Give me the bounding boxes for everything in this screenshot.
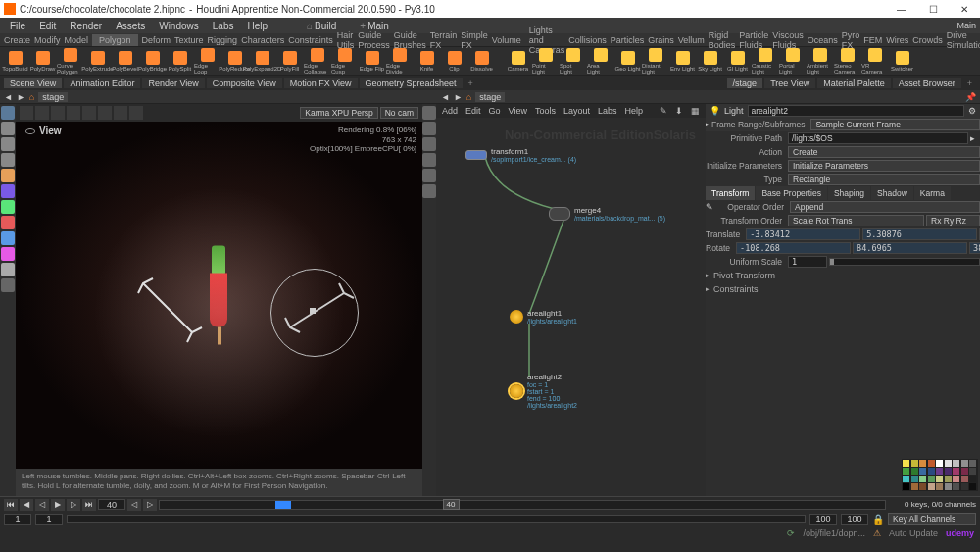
net-edit[interactable]: Edit bbox=[466, 106, 481, 116]
tab-render-view[interactable]: Render View bbox=[142, 78, 204, 88]
shelf-edge divide[interactable]: Edge Divide bbox=[386, 48, 413, 75]
node-merge4[interactable]: merge4 /materials/backdrop_mat... (5) bbox=[549, 206, 665, 222]
ctx-characters[interactable]: Characters bbox=[241, 35, 284, 45]
color-swatch[interactable] bbox=[911, 476, 918, 482]
shelf-grains[interactable]: Grains bbox=[648, 35, 674, 45]
ctx-hair[interactable]: Hair Utils bbox=[337, 30, 355, 50]
color-swatch[interactable] bbox=[936, 468, 943, 475]
vp-tool-1[interactable] bbox=[20, 106, 33, 120]
color-swatch[interactable] bbox=[928, 468, 935, 475]
ptab-base[interactable]: Base Properties bbox=[756, 186, 826, 200]
menu-labs[interactable]: Labs bbox=[207, 21, 240, 31]
color-swatch[interactable] bbox=[903, 468, 909, 475]
minimize-button[interactable]: — bbox=[890, 4, 913, 15]
ptab-transform[interactable]: Transform bbox=[706, 186, 755, 200]
camera-dropdown[interactable]: No cam bbox=[380, 107, 418, 119]
net-go[interactable]: Go bbox=[489, 106, 501, 116]
vp-tool-3[interactable] bbox=[51, 106, 65, 120]
lock-icon[interactable]: 🔒 bbox=[872, 514, 884, 525]
shelf-polybridge[interactable]: PolyBridge bbox=[139, 48, 166, 75]
color-swatch[interactable] bbox=[969, 483, 976, 490]
rx-field[interactable] bbox=[736, 242, 851, 254]
color-swatch[interactable] bbox=[903, 483, 909, 490]
global-start-field[interactable] bbox=[4, 514, 31, 525]
vp-tool-7[interactable] bbox=[114, 106, 127, 120]
net-tools[interactable]: Tools bbox=[535, 106, 556, 116]
shelf-gi-light[interactable]: GI Light bbox=[724, 48, 751, 75]
next-frame-button[interactable]: ▷ bbox=[67, 499, 80, 511]
close-button[interactable]: ✕ bbox=[953, 4, 976, 15]
shelf-vfluids[interactable]: Viscous Fluids bbox=[772, 30, 803, 50]
color-swatch[interactable] bbox=[961, 476, 968, 482]
current-frame-field[interactable] bbox=[98, 499, 125, 510]
shelf-rigid[interactable]: Rigid Bodies bbox=[709, 30, 736, 50]
shelf-caustic-light[interactable]: Caustic Light bbox=[752, 48, 778, 75]
shelf-polybevel[interactable]: PolyBevel bbox=[112, 48, 138, 75]
rot-order-dropdown[interactable]: Rx Ry Rz bbox=[926, 215, 980, 226]
shelf-polyexpand2d[interactable]: PolyExpand2D bbox=[249, 48, 275, 75]
tab-geo-spreadsheet[interactable]: Geometry Spreadsheet bbox=[360, 78, 463, 88]
net-labs[interactable]: Labs bbox=[598, 106, 617, 116]
net-help[interactable]: Help bbox=[624, 106, 643, 116]
tx-field[interactable] bbox=[746, 228, 860, 240]
node-arealight2[interactable]: arealight2 foc = 1 fstart = 1 fend = 100… bbox=[510, 373, 577, 409]
color-palette[interactable] bbox=[902, 459, 978, 491]
color-swatch[interactable] bbox=[903, 460, 909, 467]
path-right-text[interactable]: stage bbox=[475, 92, 505, 102]
ty-field[interactable] bbox=[862, 228, 977, 240]
menu-windows[interactable]: Windows bbox=[153, 21, 205, 31]
ctx-texture[interactable]: Texture bbox=[174, 35, 204, 45]
shelf-distant-light[interactable]: Distant Light bbox=[642, 48, 668, 75]
shelf-polyextrude[interactable]: PolyExtrude bbox=[84, 48, 111, 75]
prim-path-field[interactable] bbox=[788, 132, 968, 144]
menu-file[interactable]: File bbox=[4, 21, 31, 31]
collapse-icon[interactable]: ▸ bbox=[706, 121, 710, 128]
net-tool-icon-1[interactable]: ✎ bbox=[660, 106, 667, 116]
tool-move[interactable] bbox=[1, 122, 15, 135]
tab-assetbrowser[interactable]: Asset Browser bbox=[893, 78, 961, 88]
last-frame-button[interactable]: ⏭ bbox=[82, 499, 96, 511]
menu-edit[interactable]: Edit bbox=[33, 21, 62, 31]
first-frame-button[interactable]: ⏮ bbox=[4, 499, 18, 511]
gear-icon[interactable]: ⚙ bbox=[968, 106, 976, 116]
ctx-modify[interactable]: Modify bbox=[34, 35, 61, 45]
cook-icon[interactable]: ⟳ bbox=[787, 528, 795, 538]
tab-scene-view[interactable]: Scene View bbox=[4, 78, 62, 88]
auto-update[interactable]: Auto Update bbox=[889, 528, 938, 538]
vpr-5[interactable] bbox=[422, 169, 436, 182]
shelf-fem[interactable]: FEM bbox=[863, 35, 882, 45]
net-add[interactable]: Add bbox=[442, 106, 458, 116]
tab-tree[interactable]: Tree View bbox=[764, 78, 815, 88]
shelf-collisions[interactable]: Collisions bbox=[568, 35, 607, 45]
tool-g[interactable] bbox=[1, 263, 15, 276]
edit-icon[interactable]: ✎ bbox=[706, 202, 717, 212]
vp-tool-4[interactable] bbox=[67, 106, 80, 120]
rz-field[interactable] bbox=[969, 242, 980, 254]
shelf-pyro[interactable]: Pyro FX bbox=[842, 30, 860, 50]
color-swatch[interactable] bbox=[945, 476, 952, 482]
type-dropdown[interactable]: Rectangle bbox=[788, 174, 980, 185]
shelf-env-light[interactable]: Env Light bbox=[669, 48, 696, 75]
timeline-track[interactable]: 40 bbox=[159, 500, 886, 510]
color-swatch[interactable] bbox=[911, 460, 918, 467]
tool-d[interactable] bbox=[1, 216, 15, 229]
menu-assets[interactable]: Assets bbox=[110, 21, 151, 31]
scale-slider[interactable] bbox=[829, 258, 980, 266]
shelf-spot-light[interactable]: Spot Light bbox=[560, 48, 586, 75]
color-swatch[interactable] bbox=[961, 483, 968, 490]
shelf-particles[interactable]: Particles bbox=[611, 35, 645, 45]
node-arealight1[interactable]: arealight1 /lights/arealight1 bbox=[510, 309, 577, 325]
shelf-topobuild[interactable]: TopoBuild bbox=[2, 48, 28, 75]
color-swatch[interactable] bbox=[936, 460, 943, 467]
color-swatch[interactable] bbox=[928, 460, 935, 467]
ptab-shaping[interactable]: Shaping bbox=[828, 186, 870, 200]
menu-help[interactable]: Help bbox=[241, 21, 273, 31]
tab-matpalette[interactable]: Material Palette bbox=[817, 78, 891, 88]
vpr-2[interactable] bbox=[422, 122, 436, 135]
node-name-field[interactable] bbox=[748, 105, 964, 117]
tool-rotate[interactable] bbox=[1, 137, 15, 151]
vpr-6[interactable] bbox=[422, 184, 436, 198]
path-left-text[interactable]: stage bbox=[38, 92, 68, 102]
ctx-polygon[interactable]: Polygon bbox=[92, 34, 138, 46]
tool-a[interactable] bbox=[1, 169, 15, 182]
